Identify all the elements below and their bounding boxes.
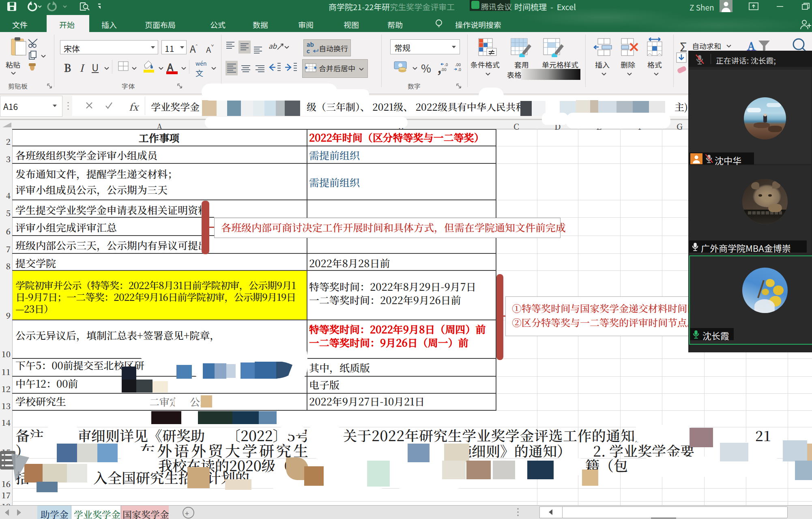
svg-text:ab: ab [269, 41, 277, 51]
svg-text:.00: .00 [441, 66, 447, 72]
svg-text:.0: .0 [458, 66, 461, 72]
